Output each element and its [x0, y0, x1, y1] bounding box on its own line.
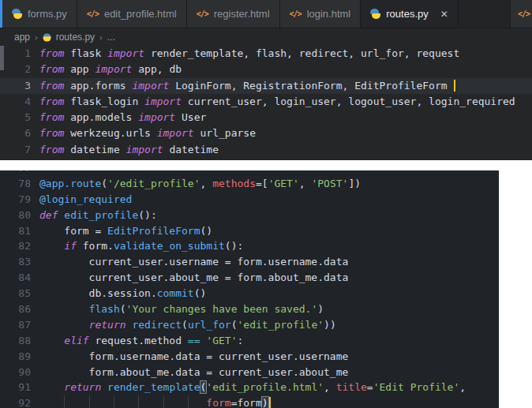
code-line-86[interactable]: 86 flash('Your changes have been saved.'… [0, 301, 499, 317]
code-text: form = EditProfileForm() [39, 223, 499, 239]
line-number: 5 [0, 110, 39, 125]
breadcrumb-item-routes.py[interactable]: routes.py [56, 32, 95, 43]
line-number: 79 [0, 192, 39, 208]
line-number: 80 [0, 208, 39, 223]
code-line-90[interactable]: 90 form.about_me.data = current_user.abo… [0, 365, 499, 380]
close-icon[interactable]: ✕ [440, 9, 448, 19]
tab-label: edit_profile.html [104, 8, 177, 20]
tab-register.html[interactable]: </>register.html [187, 0, 280, 28]
indent-guide [138, 395, 139, 408]
editor-group-bottom: 7778@app.route('/edit_profile', methods=… [0, 170, 499, 408]
indent-guide [188, 395, 189, 408]
editor-group-top: forms.py</>edit_profile.html</>register.… [0, 0, 532, 160]
code-line-83[interactable]: 83 current_user.username = form.username… [0, 254, 499, 270]
line-number: 77 [0, 170, 39, 176]
html-file-icon: </> [197, 9, 208, 18]
html-file-icon: </> [518, 9, 530, 18]
code-text: form.username.data = current_user.userna… [39, 349, 499, 365]
code-text: return render_template('edit_profile.htm… [39, 380, 499, 395]
code-text: flash('Your changes have been saved.') [39, 301, 499, 317]
code-text: @app.route('/edit_profile', methods=['GE… [39, 176, 499, 192]
text-cursor [269, 397, 271, 408]
breadcrumb-separator: › [35, 32, 38, 42]
code-line-87[interactable]: 87 return redirect(url_for('edit_profile… [0, 317, 499, 333]
code-text: elif request.method == 'GET': [39, 333, 499, 349]
line-number: 78 [0, 176, 39, 192]
line-number: 6 [0, 125, 39, 141]
code-line-2[interactable]: 2from app import app, db [0, 62, 532, 77]
code-line-5[interactable]: 5from app.models import User [0, 110, 532, 125]
breadcrumb-item-app[interactable]: app [14, 32, 30, 43]
code-line-84[interactable]: 84 current_user.about_me = form.about_me… [0, 270, 499, 286]
scroll-decoration [0, 46, 4, 70]
breadcrumb: app›routes.py›... [0, 28, 532, 46]
line-number: 7 [0, 142, 39, 158]
code-line-88[interactable]: 88 elif request.method == 'GET': [0, 333, 499, 349]
code-text: form=form) [39, 395, 499, 408]
tab-label: login.html [307, 8, 351, 20]
line-number: 86 [0, 301, 39, 317]
tab-routes.py[interactable]: routes.py✕ [361, 0, 459, 28]
code-text [39, 170, 499, 176]
indent-guide [64, 395, 65, 408]
line-number: 81 [0, 223, 39, 239]
code-line-77[interactable]: 77 [0, 170, 499, 176]
code-line-7[interactable]: 7from datetime import datetime [0, 142, 532, 158]
text-cursor [454, 80, 455, 92]
code-editor-bottom[interactable]: 7778@app.route('/edit_profile', methods=… [0, 170, 499, 408]
code-line-89[interactable]: 89 form.username.data = current_user.use… [0, 349, 499, 365]
line-number: 1 [0, 46, 39, 62]
line-number: 2 [0, 62, 39, 77]
html-file-icon: </> [290, 9, 302, 18]
code-line-82[interactable]: 82 if form.validate_on_submit(): [0, 238, 499, 254]
tab-partial[interactable]: </> [510, 0, 532, 28]
code-line-78[interactable]: 78@app.route('/edit_profile', methods=['… [0, 176, 499, 192]
tab-bar: forms.py</>edit_profile.html</>register.… [0, 0, 532, 28]
code-text: from flask_login import current_user, lo… [39, 94, 532, 110]
python-file-icon [370, 9, 380, 19]
code-line-91[interactable]: 91 return render_template('edit_profile.… [0, 380, 499, 395]
line-number: 91 [0, 380, 39, 395]
vscode-window: forms.py</>edit_profile.html</>register.… [0, 0, 532, 408]
tab-edit_profile.html[interactable]: </>edit_profile.html [77, 0, 187, 28]
code-text: if form.validate_on_submit(): [39, 238, 499, 254]
code-editor-top[interactable]: 1from flask import render_template, flas… [0, 46, 532, 160]
indent-guide [89, 395, 90, 408]
code-line-79[interactable]: 79@login_required [0, 192, 499, 208]
code-text: from flask import render_template, flash… [39, 46, 532, 62]
code-text: from app import app, db [39, 62, 532, 77]
tab-forms.py[interactable]: forms.py [2, 0, 77, 28]
code-line-3[interactable]: 3from app.forms import LoginForm, Regist… [0, 78, 532, 94]
line-number: 88 [0, 333, 39, 349]
tab-label: register.html [214, 8, 270, 20]
code-line-1[interactable]: 1from flask import render_template, flas… [0, 46, 532, 62]
line-number: 4 [0, 94, 39, 110]
breadcrumb-item-...[interactable]: ... [107, 32, 115, 43]
code-text: current_user.username = form.username.da… [39, 254, 499, 270]
code-text: current_user.about_me = form.about_me.da… [39, 270, 499, 286]
line-number: 84 [0, 270, 39, 286]
tab-login.html[interactable]: </>login.html [280, 0, 362, 28]
code-line-6[interactable]: 6from werkzeug.urls import url_parse [0, 125, 532, 141]
line-number: 82 [0, 238, 39, 254]
line-number: 89 [0, 349, 39, 365]
tab-label: forms.py [28, 8, 67, 20]
code-line-92[interactable]: 92 form=form) [0, 395, 499, 408]
python-file-icon [12, 9, 22, 19]
code-text: from werkzeug.urls import url_parse [39, 125, 532, 141]
code-text: def edit_profile(): [39, 208, 499, 223]
line-number: 85 [0, 286, 39, 301]
code-line-4[interactable]: 4from flask_login import current_user, l… [0, 94, 532, 110]
white-gap [0, 160, 532, 170]
indent-guide [114, 395, 114, 408]
html-file-icon: </> [87, 9, 99, 18]
code-text: return redirect(url_for('edit_profile')) [39, 317, 499, 333]
code-text: form.about_me.data = current_user.about_… [39, 365, 499, 380]
code-line-81[interactable]: 81 form = EditProfileForm() [0, 223, 499, 239]
code-text: from datetime import datetime [39, 142, 532, 158]
code-text: db.session.commit() [39, 286, 499, 301]
code-line-80[interactable]: 80def edit_profile(): [0, 208, 499, 223]
line-number: 87 [0, 317, 39, 333]
breadcrumb-separator: › [99, 32, 103, 42]
code-line-85[interactable]: 85 db.session.commit() [0, 286, 499, 301]
